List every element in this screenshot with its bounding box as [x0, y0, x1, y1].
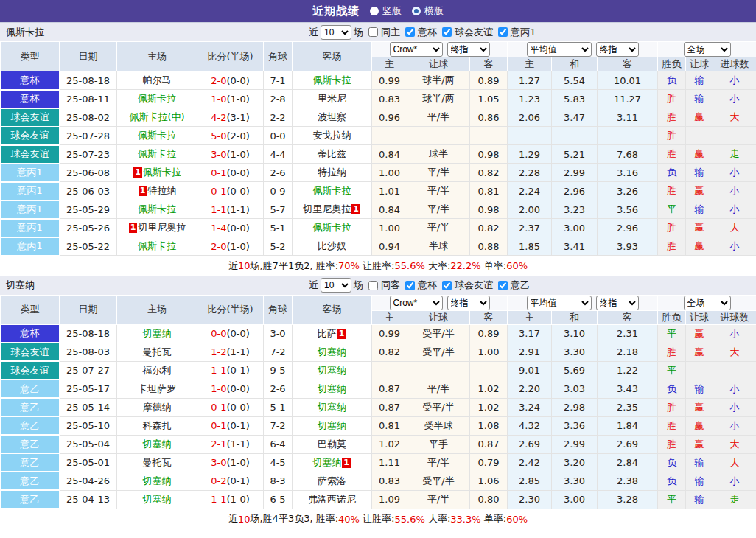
odds-view-select[interactable]: 终指 [447, 296, 490, 310]
match-date: 25-05-10 [60, 416, 117, 435]
odds-view-select[interactable]: 全场 [684, 42, 731, 57]
league-filter-label: 球会友谊 [455, 279, 493, 292]
league-filter-checkbox[interactable] [442, 281, 452, 290]
summary-text: 10 [238, 514, 251, 525]
result-handicap: 输 [686, 164, 713, 182]
odds-view-select[interactable]: 终指 [596, 42, 639, 57]
league-filter-label: 意杯 [418, 26, 437, 39]
odds-view-select[interactable]: Crow* [390, 42, 443, 57]
radio-horizontal-layout[interactable]: 横版 [412, 4, 444, 18]
away-team-cell: 特拉纳 [293, 164, 372, 182]
match-row: 球会友谊25-07-28佩斯卡拉5-0(2-0)0-0安戈拉纳胜 [1, 127, 756, 145]
same-venue-checkbox[interactable] [368, 27, 378, 37]
same-venue-checkbox[interactable] [368, 281, 378, 290]
corner-count: 4-5 [264, 453, 293, 472]
odds-home: 0.84 [372, 145, 407, 164]
summary-text: 近 [228, 259, 238, 273]
match-date: 25-08-02 [60, 108, 117, 127]
league-filter-checkbox[interactable] [405, 281, 415, 290]
radio-vertical-layout[interactable]: 竖版 [370, 4, 402, 18]
result-text: 平 [667, 328, 676, 339]
odds-handicap: 平/半 [407, 108, 470, 127]
score-cell: 0-0(0-0) [197, 324, 264, 343]
result-goals [713, 127, 756, 145]
avg-draw: 3.41 [552, 237, 598, 256]
result-text: 胜 [667, 420, 676, 431]
team-name-text: 福尔利 [143, 365, 172, 376]
home-team-cell: 佩斯卡拉 [117, 237, 197, 256]
league-filter-checkbox[interactable] [498, 281, 508, 290]
result-outcome: 胜 [658, 108, 686, 127]
full-score: 0-2 [211, 475, 226, 486]
odds-view-select[interactable]: 终指 [447, 42, 490, 57]
summary-text: 大率: [425, 259, 451, 273]
match-row: 意丙125-05-29佩斯卡拉1-1(1-1)5-7切里尼奥拉10.84平/半0… [1, 200, 756, 219]
result-outcome: 平 [658, 200, 686, 219]
avg-home: 2.85 [508, 472, 552, 490]
filter-near-label: 近 [309, 26, 318, 39]
corner-count: 2-6 [264, 164, 293, 182]
result-text: 赢 [695, 402, 704, 413]
column-subheader: 让球 [407, 310, 470, 324]
corner-count: 4-4 [264, 145, 293, 164]
summary-text: 55.6% [395, 260, 425, 271]
corner-count: 2-2 [264, 108, 293, 127]
half-score: (0-0) [226, 223, 249, 234]
odds-view-select[interactable]: 平均值 [527, 296, 592, 310]
odds-home [372, 361, 407, 380]
odds-handicap: 平/半 [407, 219, 470, 237]
result-text: 赢 [695, 222, 704, 233]
league-filter-checkbox[interactable] [405, 27, 415, 37]
recent-count-select[interactable]: 10 [321, 278, 351, 293]
result-text: 赢 [695, 346, 704, 357]
odds-view-select[interactable]: 平均值 [527, 42, 592, 57]
result-text: 小 [730, 420, 740, 431]
avg-away: 3.56 [598, 200, 658, 219]
result-text: 输 [695, 457, 704, 468]
avg-home: 2.37 [508, 219, 552, 237]
match-row: 意乙25-05-01曼托瓦3-0(1-0)4-5切塞纳11.11平/半0.792… [1, 453, 756, 472]
match-row: 意乙25-04-13切塞纳1-1(1-0)6-5弗洛西诺尼1.09平/半0.80… [1, 490, 756, 509]
column-header: 比分(半场) [197, 295, 264, 324]
result-text: 负 [667, 74, 676, 85]
match-date: 25-08-18 [60, 324, 117, 343]
avg-away: 2.38 [598, 472, 658, 490]
summary-text: 大率: [425, 512, 451, 525]
result-handicap: 赢 [686, 416, 713, 435]
half-score: (2-0) [226, 130, 249, 142]
column-header: 主场 [117, 295, 197, 324]
result-handicap: 赢 [686, 108, 713, 127]
odds-handicap: 平/半 [407, 453, 470, 472]
result-handicap: 赢 [686, 145, 713, 164]
result-handicap: 输 [686, 490, 713, 509]
match-type-badge: 球会友谊 [1, 343, 60, 361]
match-filters: 近10场同主意杯球会友谊意丙1 [308, 23, 536, 41]
odds-view-select[interactable]: Crow* [390, 296, 443, 310]
result-goals: 小 [713, 472, 756, 490]
result-goals: 小 [713, 182, 756, 200]
score-cell: 4-2(3-1) [197, 108, 264, 127]
score-cell: 0-1(0-0) [197, 398, 264, 416]
recent-count-select[interactable]: 10 [321, 25, 351, 40]
avg-draw: 3.10 [552, 324, 598, 343]
avg-away: 3.43 [598, 380, 658, 398]
home-team-cell: 1切里尼奥拉 [117, 219, 197, 237]
result-text: 走 [730, 148, 740, 159]
team-name-text: 切塞纳 [143, 328, 172, 339]
match-date: 25-04-26 [60, 472, 117, 490]
corner-count: 7-2 [264, 343, 293, 361]
result-outcome: 平 [658, 361, 686, 380]
odds-view-select[interactable]: 全场 [684, 296, 731, 310]
column-header: 角球 [264, 42, 293, 71]
odds-away: 0.89 [470, 324, 508, 343]
match-type-badge: 球会友谊 [1, 127, 60, 145]
league-filter-checkbox[interactable] [498, 27, 508, 37]
result-handicap: 输 [686, 380, 713, 398]
odds-away: 0.79 [470, 453, 508, 472]
odds-view-select[interactable]: 终指 [596, 296, 639, 310]
summary-text: 33.3% [450, 514, 480, 525]
corner-count: 5-1 [264, 398, 293, 416]
half-score: (0-1) [226, 475, 249, 486]
home-team-cell: 佩斯卡拉(中) [117, 108, 197, 127]
league-filter-checkbox[interactable] [442, 27, 452, 37]
